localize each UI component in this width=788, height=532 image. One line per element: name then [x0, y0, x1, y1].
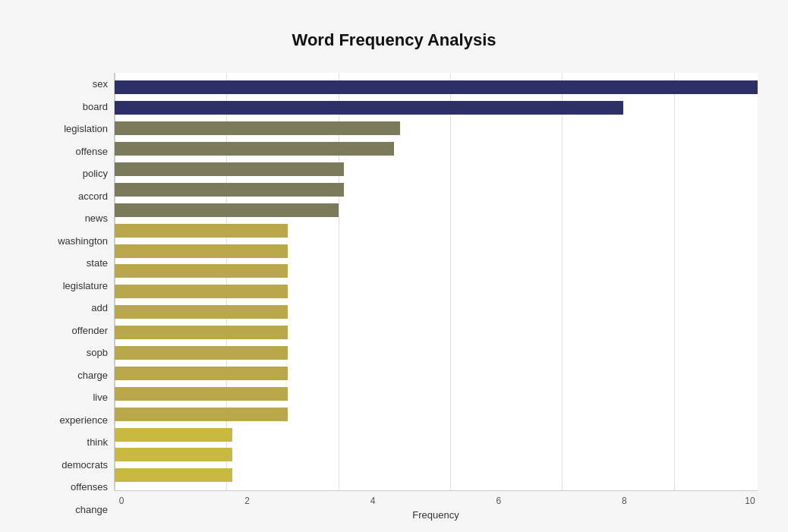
x-tick-label: 0: [114, 496, 129, 506]
bar-row: [115, 202, 758, 219]
bar-row: [115, 120, 758, 137]
bar-row: [115, 161, 758, 178]
bar-row: [115, 406, 758, 423]
y-label: accord: [78, 186, 108, 206]
bar-row: [115, 263, 758, 279]
y-label: change: [75, 499, 108, 519]
y-label: democrats: [61, 455, 108, 474]
bar-row: [115, 181, 758, 198]
y-label: offender: [72, 320, 108, 340]
y-label: charge: [77, 365, 108, 385]
bar: [115, 162, 344, 176]
y-label: sopb: [87, 343, 108, 363]
bar-row: [115, 365, 758, 382]
bar-row: [115, 446, 758, 463]
x-tick-label: 4: [365, 496, 380, 506]
bars-and-axes: 0246810 Frequency: [114, 73, 758, 521]
bar: [115, 80, 758, 94]
bar: [115, 448, 232, 461]
bar-row: [115, 427, 758, 443]
bar: [115, 285, 288, 298]
bar-row: [115, 283, 758, 300]
x-axis-title: Frequency: [114, 509, 758, 521]
y-label: think: [87, 433, 108, 452]
y-label: washington: [58, 231, 108, 250]
bar-row: [115, 243, 758, 260]
chart-title: Word Frequency Analysis: [30, 30, 758, 50]
bar: [115, 121, 400, 135]
bar: [115, 408, 288, 421]
x-axis-labels: 0246810: [114, 491, 758, 506]
x-tick-label: 2: [240, 496, 255, 506]
bar: [115, 387, 288, 401]
y-label: live: [93, 388, 108, 408]
y-label: board: [83, 96, 108, 116]
bar-row: [115, 304, 758, 320]
x-tick-label: 8: [616, 496, 632, 506]
bar: [115, 346, 288, 360]
y-label: add: [91, 298, 108, 318]
y-label: offense: [76, 141, 108, 161]
bar-row: [115, 79, 758, 96]
bar-row: [115, 386, 758, 402]
bar: [115, 183, 344, 197]
bar: [115, 305, 288, 319]
y-label: legislation: [64, 119, 108, 139]
bar: [115, 468, 232, 482]
bar: [115, 142, 394, 156]
x-tick-label: 10: [742, 496, 758, 506]
bar: [115, 367, 288, 380]
bar-row: [115, 99, 758, 116]
y-label: policy: [83, 164, 108, 184]
bar-row: [115, 324, 758, 341]
x-tick-label: 6: [491, 496, 506, 506]
bar-row: [115, 140, 758, 157]
bar-row: [115, 467, 758, 483]
bar: [115, 203, 339, 217]
y-label: experience: [59, 410, 108, 430]
y-label: state: [87, 253, 108, 273]
bar-row: [115, 222, 758, 239]
y-label: news: [85, 209, 108, 228]
chart-container: Word Frequency Analysis sexboardlegislat…: [15, 15, 773, 532]
bar: [115, 101, 623, 115]
bar: [115, 428, 232, 442]
bars-wrapper: [114, 73, 758, 491]
bar: [115, 264, 288, 278]
chart-area: sexboardlegislationoffensepolicyaccordne…: [30, 73, 758, 521]
y-label: legislature: [63, 275, 108, 295]
bar-row: [115, 345, 758, 361]
y-label: sex: [93, 74, 108, 94]
bar: [115, 244, 288, 258]
y-label: offenses: [71, 477, 108, 497]
bar: [115, 224, 288, 238]
bar: [115, 326, 288, 339]
y-axis-labels: sexboardlegislationoffensepolicyaccordne…: [30, 73, 114, 521]
